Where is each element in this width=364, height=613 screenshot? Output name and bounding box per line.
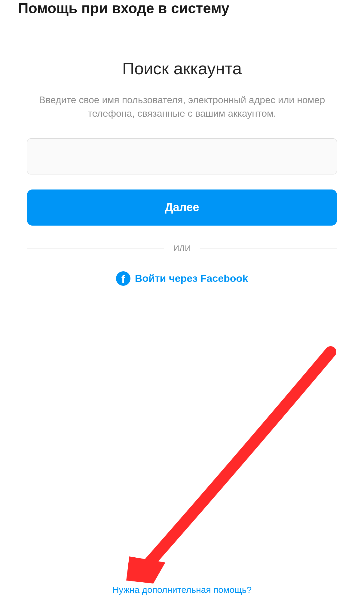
help-link[interactable]: Нужна дополнительная помощь? xyxy=(112,585,252,595)
header-title: Помощь при входе в систему xyxy=(0,0,364,17)
page-title: Поиск аккаунта xyxy=(27,59,337,78)
divider: ИЛИ xyxy=(27,244,337,253)
instructions-text: Введите свое имя пользователя, электронн… xyxy=(27,93,337,120)
divider-line-right xyxy=(200,248,337,248)
footer: Нужна дополнительная помощь? xyxy=(0,585,364,595)
facebook-icon-letter: f xyxy=(121,274,125,285)
facebook-login-label: Войти через Facebook xyxy=(135,273,248,284)
facebook-login-button[interactable]: f Войти через Facebook xyxy=(27,271,337,286)
divider-text: ИЛИ xyxy=(164,244,200,253)
svg-marker-1 xyxy=(126,556,165,584)
next-button[interactable]: Далее xyxy=(27,189,337,226)
annotation-arrow xyxy=(114,346,340,587)
main-content: Поиск аккаунта Введите свое имя пользова… xyxy=(0,59,364,286)
divider-line-left xyxy=(27,248,164,248)
account-search-input[interactable] xyxy=(27,138,337,174)
facebook-icon: f xyxy=(116,271,130,286)
